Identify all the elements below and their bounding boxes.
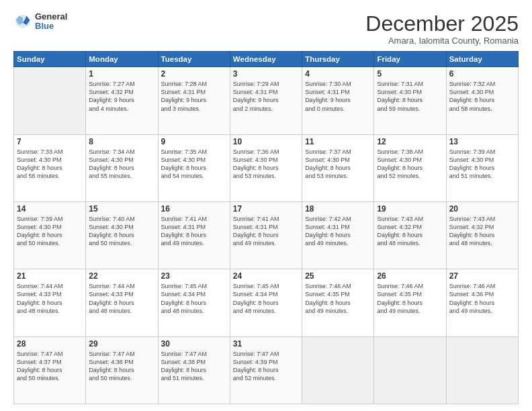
cell-w1-d5: 12Sunrise: 7:38 AM Sunset: 4:30 PM Dayli… [374,134,446,201]
day-info: Sunrise: 7:41 AM Sunset: 4:31 PM Dayligh… [161,215,227,248]
week-row-1: 7Sunrise: 7:33 AM Sunset: 4:30 PM Daylig… [14,134,519,201]
day-number: 28 [17,339,83,349]
cell-w0-d5: 5Sunrise: 7:31 AM Sunset: 4:30 PM Daylig… [374,67,446,134]
day-number: 9 [161,137,227,146]
cell-w2-d5: 19Sunrise: 7:43 AM Sunset: 4:32 PM Dayli… [374,201,446,269]
day-info: Sunrise: 7:39 AM Sunset: 4:30 PM Dayligh… [449,148,515,181]
calendar-table: Sunday Monday Tuesday Wednesday Thursday… [13,51,519,404]
day-number: 25 [305,271,371,281]
cell-w2-d2: 16Sunrise: 7:41 AM Sunset: 4:31 PM Dayli… [158,201,230,269]
header-thursday: Thursday [302,52,374,67]
day-number: 8 [89,137,154,146]
cell-w1-d2: 9Sunrise: 7:35 AM Sunset: 4:30 PM Daylig… [158,134,230,201]
cell-w4-d0: 28Sunrise: 7:47 AM Sunset: 4:37 PM Dayli… [14,336,86,404]
cell-w4-d1: 29Sunrise: 7:47 AM Sunset: 4:38 PM Dayli… [86,336,158,404]
cell-w2-d4: 18Sunrise: 7:42 AM Sunset: 4:31 PM Dayli… [302,201,374,269]
header-sunday: Sunday [14,52,86,67]
day-number: 24 [233,271,299,281]
day-number: 1 [89,69,154,79]
day-number: 15 [89,204,154,214]
header-wednesday: Wednesday [230,52,302,67]
cell-w2-d6: 20Sunrise: 7:43 AM Sunset: 4:32 PM Dayli… [446,201,518,269]
day-info: Sunrise: 7:46 AM Sunset: 4:36 PM Dayligh… [449,282,515,315]
location-subtitle: Amara, Ialomita County, Romania [365,36,519,46]
day-number: 13 [449,137,515,146]
day-number: 22 [89,271,154,281]
day-number: 19 [377,204,443,214]
day-info: Sunrise: 7:41 AM Sunset: 4:31 PM Dayligh… [233,215,299,248]
logo-general-text: General [35,12,67,21]
day-info: Sunrise: 7:44 AM Sunset: 4:33 PM Dayligh… [89,282,154,315]
day-info: Sunrise: 7:45 AM Sunset: 4:34 PM Dayligh… [233,282,299,315]
cell-w2-d1: 15Sunrise: 7:40 AM Sunset: 4:30 PM Dayli… [86,201,158,269]
cell-w4-d4 [302,336,374,404]
title-section: December 2025 Amara, Ialomita County, Ro… [365,12,519,46]
day-number: 23 [161,271,227,281]
day-info: Sunrise: 7:37 AM Sunset: 4:30 PM Dayligh… [305,148,371,181]
cell-w2-d0: 14Sunrise: 7:39 AM Sunset: 4:30 PM Dayli… [14,201,86,269]
day-info: Sunrise: 7:31 AM Sunset: 4:30 PM Dayligh… [377,80,443,113]
cell-w3-d3: 24Sunrise: 7:45 AM Sunset: 4:34 PM Dayli… [230,269,302,336]
cell-w0-d6: 6Sunrise: 7:32 AM Sunset: 4:30 PM Daylig… [446,67,518,134]
day-info: Sunrise: 7:35 AM Sunset: 4:30 PM Dayligh… [161,148,227,181]
day-info: Sunrise: 7:42 AM Sunset: 4:31 PM Dayligh… [305,215,371,248]
day-number: 2 [161,69,227,79]
week-row-2: 14Sunrise: 7:39 AM Sunset: 4:30 PM Dayli… [14,201,519,269]
page: General Blue December 2025 Amara, Ialomi… [0,0,532,411]
cell-w3-d0: 21Sunrise: 7:44 AM Sunset: 4:33 PM Dayli… [14,269,86,336]
cell-w0-d4: 4Sunrise: 7:30 AM Sunset: 4:31 PM Daylig… [302,67,374,134]
cell-w3-d4: 25Sunrise: 7:46 AM Sunset: 4:35 PM Dayli… [302,269,374,336]
day-number: 12 [377,137,443,146]
day-number: 29 [89,339,154,349]
cell-w4-d3: 31Sunrise: 7:47 AM Sunset: 4:39 PM Dayli… [230,336,302,404]
day-info: Sunrise: 7:40 AM Sunset: 4:30 PM Dayligh… [89,215,154,248]
day-info: Sunrise: 7:47 AM Sunset: 4:39 PM Dayligh… [233,350,299,383]
header: General Blue December 2025 Amara, Ialomi… [13,12,519,46]
day-number: 6 [449,69,515,79]
day-number: 17 [233,204,299,214]
cell-w4-d2: 30Sunrise: 7:47 AM Sunset: 4:38 PM Dayli… [158,336,230,404]
day-number: 14 [17,204,83,214]
day-info: Sunrise: 7:47 AM Sunset: 4:37 PM Dayligh… [17,350,83,383]
logo-text: General Blue [35,12,67,32]
day-info: Sunrise: 7:34 AM Sunset: 4:30 PM Dayligh… [89,148,154,181]
day-number: 27 [449,271,515,281]
cell-w4-d6 [446,336,518,404]
cell-w1-d4: 11Sunrise: 7:37 AM Sunset: 4:30 PM Dayli… [302,134,374,201]
day-info: Sunrise: 7:43 AM Sunset: 4:32 PM Dayligh… [449,215,515,248]
week-row-4: 28Sunrise: 7:47 AM Sunset: 4:37 PM Dayli… [14,336,519,404]
day-info: Sunrise: 7:38 AM Sunset: 4:30 PM Dayligh… [377,148,443,181]
day-number: 7 [17,137,83,146]
cell-w3-d2: 23Sunrise: 7:45 AM Sunset: 4:34 PM Dayli… [158,269,230,336]
cell-w0-d2: 2Sunrise: 7:28 AM Sunset: 4:31 PM Daylig… [158,67,230,134]
cell-w3-d5: 26Sunrise: 7:46 AM Sunset: 4:35 PM Dayli… [374,269,446,336]
week-row-3: 21Sunrise: 7:44 AM Sunset: 4:33 PM Dayli… [14,269,519,336]
cell-w0-d0 [14,67,86,134]
day-number: 16 [161,204,227,214]
cell-w0-d1: 1Sunrise: 7:27 AM Sunset: 4:32 PM Daylig… [86,67,158,134]
day-number: 11 [305,137,371,146]
day-number: 21 [17,271,83,281]
day-info: Sunrise: 7:44 AM Sunset: 4:33 PM Dayligh… [17,282,83,315]
header-saturday: Saturday [446,52,518,67]
day-info: Sunrise: 7:27 AM Sunset: 4:32 PM Dayligh… [89,80,154,113]
day-info: Sunrise: 7:32 AM Sunset: 4:30 PM Dayligh… [449,80,515,113]
logo-icon [13,12,32,31]
weekday-header-row: Sunday Monday Tuesday Wednesday Thursday… [14,52,519,67]
day-info: Sunrise: 7:36 AM Sunset: 4:30 PM Dayligh… [233,148,299,181]
day-info: Sunrise: 7:46 AM Sunset: 4:35 PM Dayligh… [377,282,443,315]
cell-w2-d3: 17Sunrise: 7:41 AM Sunset: 4:31 PM Dayli… [230,201,302,269]
day-info: Sunrise: 7:39 AM Sunset: 4:30 PM Dayligh… [17,215,83,248]
cell-w0-d3: 3Sunrise: 7:29 AM Sunset: 4:31 PM Daylig… [230,67,302,134]
cell-w4-d5 [374,336,446,404]
day-number: 20 [449,204,515,214]
cell-w1-d0: 7Sunrise: 7:33 AM Sunset: 4:30 PM Daylig… [14,134,86,201]
week-row-0: 1Sunrise: 7:27 AM Sunset: 4:32 PM Daylig… [14,67,519,134]
header-tuesday: Tuesday [158,52,230,67]
day-info: Sunrise: 7:33 AM Sunset: 4:30 PM Dayligh… [17,148,83,181]
cell-w1-d1: 8Sunrise: 7:34 AM Sunset: 4:30 PM Daylig… [86,134,158,201]
cell-w1-d3: 10Sunrise: 7:36 AM Sunset: 4:30 PM Dayli… [230,134,302,201]
day-number: 3 [233,69,299,79]
day-number: 18 [305,204,371,214]
day-number: 5 [377,69,443,79]
